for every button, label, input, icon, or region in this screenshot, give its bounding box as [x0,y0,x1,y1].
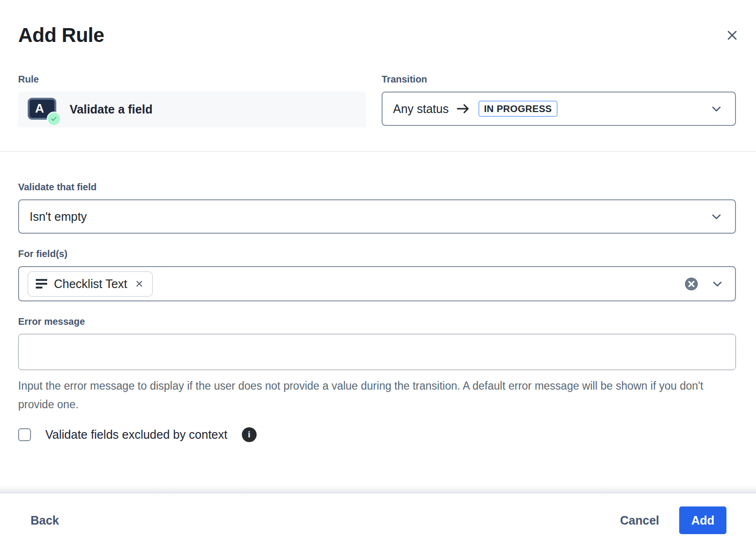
rule-card: A Validate a field [18,92,366,127]
context-checkbox-row: Validate fields excluded by context i [18,427,736,442]
arrow-right-icon [456,103,471,114]
validate-excluded-label: Validate fields excluded by context [45,428,228,442]
footer-shadow [0,486,756,494]
fields-multi-select[interactable]: Checklist Text [18,266,736,301]
check-badge-icon [47,112,61,126]
add-button[interactable]: Add [679,506,726,534]
cancel-button[interactable]: Cancel [620,514,659,527]
modal-header: Add Rule [0,0,756,47]
chevron-down-icon [709,209,724,224]
close-button[interactable] [724,27,741,44]
validate-that-field-label: Validate that field [18,181,736,193]
add-rule-modal: Add Rule Rule A Val [0,0,756,442]
chevron-down-icon [709,102,724,116]
error-message-input[interactable] [18,334,736,370]
error-message-label: Error message [18,316,736,327]
rule-transition-row: Rule A Validate a field Transition [0,73,756,127]
close-icon [134,279,145,289]
text-field-icon [36,279,47,289]
page-title: Add Rule [18,24,736,47]
transition-label: Transition [382,73,736,85]
validate-excluded-checkbox[interactable] [18,428,31,441]
validation-type-value: Isn't empty [30,210,87,224]
for-fields-section: For field(s) Checklist Text [18,248,736,301]
chevron-down-icon[interactable] [710,277,725,291]
close-icon [725,28,740,43]
modal-footer: Back Cancel Add [0,494,756,547]
field-chip-label: Checklist Text [54,277,127,291]
multi-select-controls [684,277,725,291]
footer-actions: Cancel Add [620,506,726,534]
validate-that-field-section: Validate that field Isn't empty [18,181,736,234]
remove-field-button[interactable] [134,279,145,289]
clear-all-button[interactable] [684,277,699,291]
error-message-section: Error message Input the error message to… [18,316,736,414]
for-fields-label: For field(s) [18,248,736,259]
status-badge: IN PROGRESS [478,101,558,117]
rule-column: Rule A Validate a field [18,73,366,127]
section-divider [0,151,756,152]
validate-field-icon: A [28,98,58,122]
clear-icon [684,277,699,291]
info-icon[interactable]: i [242,427,257,442]
rule-config-form: Validate that field Isn't empty For fiel… [0,181,756,442]
transition-select[interactable]: Any status IN PROGRESS [382,92,736,126]
checkmark-icon [50,115,58,123]
rule-name: Validate a field [70,103,153,116]
from-status: Any status [393,102,449,116]
transition-value: Any status IN PROGRESS [393,101,558,117]
rule-label: Rule [18,73,366,85]
transition-column: Transition Any status IN PROGRESS [382,73,736,127]
error-message-helper-text: Input the error message to display if th… [18,377,735,414]
back-button[interactable]: Back [31,514,59,527]
validation-type-select[interactable]: Isn't empty [18,199,736,234]
field-chip-checklist-text[interactable]: Checklist Text [28,271,153,297]
